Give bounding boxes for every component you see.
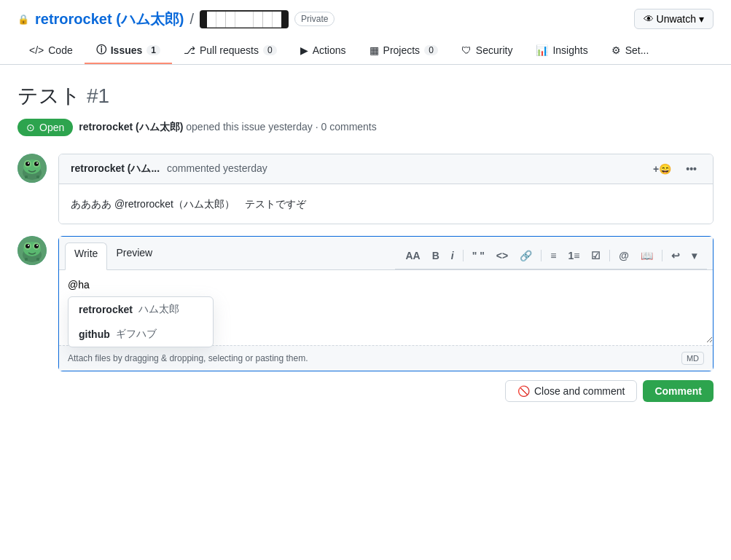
issue-action: opened this issue yesterday ·	[186, 121, 321, 133]
comment-body: ああああ @retrorocket（ハム太郎） テストですぞ	[59, 184, 713, 224]
autocomplete-item-github[interactable]: github ギフハブ	[69, 322, 213, 347]
comment-author: retrorocket (ハム...	[71, 162, 160, 174]
comment-container: retrorocket (ハム... commented yesterday +…	[58, 154, 714, 224]
issue-number: #1	[87, 84, 109, 108]
comment-block: retrorocket (ハム... commented yesterday +…	[17, 154, 714, 224]
comment-header: retrorocket (ハム... commented yesterday +…	[59, 154, 713, 184]
projects-icon: ▦	[370, 44, 379, 56]
toolbar-bold-btn[interactable]: B	[428, 247, 444, 264]
open-label: Open	[39, 122, 64, 133]
watch-button[interactable]: 👁 Unwatch ▾	[634, 9, 714, 29]
watch-label: Unwatch	[657, 13, 696, 25]
tab-projects[interactable]: ▦ Projects 0	[358, 38, 450, 64]
close-comment-label: Close and comment	[534, 385, 625, 397]
reply-block: Write Preview AA B i " " <> 🔗 ≡ 1≡	[17, 236, 714, 402]
projects-count: 0	[424, 45, 438, 55]
svg-point-16	[26, 244, 30, 248]
toolbar-link-btn[interactable]: 🔗	[515, 247, 536, 264]
ac-realname-2: ギフハブ	[116, 328, 157, 341]
shield-icon: 🛡	[461, 44, 472, 56]
svg-rect-21	[36, 258, 39, 261]
tab-insights-label: Insights	[552, 44, 587, 56]
reply-avatar	[17, 236, 47, 265]
toolbar-code-btn[interactable]: <>	[492, 247, 512, 264]
toolbar-reference-btn[interactable]: 📖	[636, 247, 657, 264]
tab-projects-label: Projects	[383, 44, 421, 56]
tab-code[interactable]: </> Code	[17, 38, 85, 64]
toolbar-unordered-list-btn[interactable]: ≡	[546, 247, 560, 264]
svg-point-7	[28, 162, 29, 164]
issue-meta-text: retrorocket (ハム太郎) opened this issue yes…	[79, 121, 377, 134]
tab-code-label: Code	[48, 44, 72, 56]
reaction-button[interactable]: +😄	[649, 160, 676, 178]
autocomplete-dropdown: retrorocket ハム太郎 github ギフハブ	[68, 296, 214, 347]
toolbar-quote-btn[interactable]: " "	[468, 247, 489, 264]
ac-realname-1: ハム太郎	[138, 303, 179, 316]
tab-actions[interactable]: ▶ Actions	[289, 38, 358, 64]
toolbar-divider-4	[662, 250, 662, 261]
svg-rect-20	[25, 258, 28, 261]
svg-point-8	[36, 162, 38, 164]
svg-point-18	[28, 245, 29, 246]
svg-point-19	[36, 245, 38, 246]
comment-button[interactable]: Comment	[643, 380, 714, 402]
svg-point-17	[34, 244, 39, 248]
toolbar-mention-btn[interactable]: @	[614, 247, 633, 264]
toolbar-undo-btn[interactable]: ↩	[667, 247, 684, 264]
more-options-button[interactable]: •••	[681, 160, 701, 178]
open-icon: ⊙	[26, 122, 35, 133]
issue-title: テスト #1	[17, 82, 714, 110]
open-badge: ⊙ Open	[17, 119, 73, 136]
issue-meta: ⊙ Open retrorocket (ハム太郎) opened this is…	[17, 119, 714, 136]
svg-rect-10	[36, 176, 39, 178]
editor-tab-preview[interactable]: Preview	[107, 242, 161, 269]
attach-text: Attach files by dragging & dropping, sel…	[68, 353, 308, 363]
editor-tab-write[interactable]: Write	[65, 242, 107, 270]
pr-icon: ⎇	[184, 44, 195, 56]
toolbar-italic-btn[interactable]: i	[447, 247, 458, 264]
svg-point-6	[34, 162, 39, 166]
main-content: テスト #1 ⊙ Open retrorocket (ハム太郎) opened …	[0, 65, 731, 419]
toolbar-heading-btn[interactable]: AA	[401, 247, 424, 264]
tab-settings[interactable]: ⚙ Set...	[600, 38, 661, 64]
toolbar-divider-2	[541, 250, 542, 261]
ac-username-1: retrorocket	[79, 304, 133, 315]
repo-header: 🔒 retrorocket (ハム太郎) / ████████ Private …	[0, 0, 731, 65]
code-icon: </>	[29, 44, 44, 56]
nav-tabs: </> Code ⓘ Issues 1 ⎇ Pull requests 0 ▶ …	[17, 38, 714, 64]
toolbar-more-btn[interactable]: ▾	[687, 247, 701, 264]
repo-name: ████████	[200, 10, 289, 28]
tab-insights[interactable]: 📊 Insights	[524, 38, 599, 64]
comment-text: ああああ @retrorocket（ハム太郎） テストですぞ	[71, 196, 701, 212]
tab-pull-requests[interactable]: ⎇ Pull requests 0	[172, 38, 289, 64]
close-and-comment-button[interactable]: 🚫 Close and comment	[505, 380, 638, 402]
pr-count: 0	[263, 45, 277, 55]
toolbar-task-list-btn[interactable]: ☑	[587, 247, 605, 264]
svg-point-5	[26, 162, 30, 166]
tab-issues[interactable]: ⓘ Issues 1	[85, 38, 172, 64]
repo-owner-link[interactable]: retrorocket (ハム太郎)	[35, 9, 184, 29]
tab-issues-label: Issues	[111, 44, 143, 56]
toolbar-ordered-list-btn[interactable]: 1≡	[563, 247, 584, 264]
settings-icon: ⚙	[611, 44, 621, 56]
comment-time: commented yesterday	[167, 162, 267, 174]
editor-tabs-spacer	[161, 242, 395, 269]
toolbar-divider-1	[463, 250, 464, 261]
tab-settings-label: Set...	[625, 44, 649, 56]
tab-security[interactable]: 🛡 Security	[450, 38, 525, 64]
comment-author-area: retrorocket (ハム... commented yesterday	[71, 162, 267, 176]
eye-icon: 👁	[644, 13, 654, 25]
issue-comments-count: 0 comments	[321, 121, 377, 133]
editor-wrapper: Write Preview AA B i " " <> 🔗 ≡ 1≡	[58, 236, 714, 402]
private-badge: Private	[294, 12, 335, 26]
insights-icon: 📊	[536, 44, 548, 56]
editor-box: Write Preview AA B i " " <> 🔗 ≡ 1≡	[58, 236, 714, 371]
tab-security-label: Security	[476, 44, 513, 56]
editor-toolbar: AA B i " " <> 🔗 ≡ 1≡ ☑ @ 📖	[395, 242, 707, 269]
autocomplete-item-retrorocket[interactable]: retrorocket ハム太郎	[69, 297, 213, 322]
repo-title-row: 🔒 retrorocket (ハム太郎) / ████████ Private …	[17, 9, 714, 38]
lock-icon: 🔒	[17, 14, 29, 25]
editor-footer: Attach files by dragging & dropping, sel…	[59, 345, 713, 371]
actions-icon: ▶	[300, 44, 308, 56]
issues-count: 1	[146, 45, 160, 55]
